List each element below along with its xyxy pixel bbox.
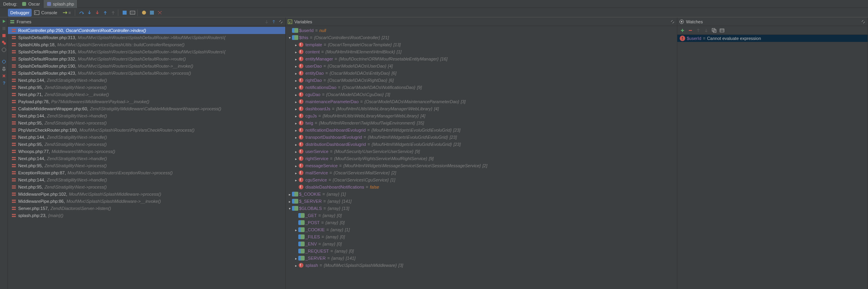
step-over-button[interactable]	[78, 9, 85, 16]
resume-button[interactable]	[1, 18, 7, 25]
frame-row[interactable]: Next.php:144, Zend\Stratigility\Next->ha…	[8, 155, 285, 162]
expand-icon[interactable]	[294, 71, 298, 76]
variable-row[interactable]: $_COOKIE={array}[1]	[286, 191, 677, 198]
frame-row[interactable]: SplashDefaultRouter.php:313, Mouf\Mvc\Sp…	[8, 34, 285, 41]
drop-frame-button[interactable]	[110, 9, 116, 16]
watches-list[interactable]: ! $userId = Cannot evaluate expression	[677, 35, 868, 289]
debug-tab-splash[interactable]: splash.php	[44, 0, 78, 8]
expand-icon[interactable]	[294, 128, 298, 132]
variable-row[interactable]: ▸_FILES={array}[0]	[286, 233, 677, 240]
move-up-button[interactable]	[695, 27, 702, 34]
expand-icon[interactable]	[294, 42, 298, 47]
add-watch-button[interactable]	[679, 27, 686, 34]
settings-button[interactable]	[157, 9, 163, 16]
expand-icon[interactable]	[294, 156, 298, 161]
maximize-icon[interactable]	[860, 19, 866, 25]
variable-row[interactable]: ▸fdisableDashboardNotifications=false	[286, 183, 677, 191]
expand-icon[interactable]	[294, 135, 298, 140]
run-to-cursor-button[interactable]	[121, 9, 128, 16]
variable-row[interactable]: fnotificationsDao={Oscar\Model\DAOs\Noti…	[286, 84, 677, 91]
help-button[interactable]: ?	[1, 80, 7, 86]
expand-icon[interactable]	[294, 64, 298, 68]
mute-breakpoints-gutter-button[interactable]	[1, 47, 7, 53]
variable-row[interactable]: ▸_GET={array}[0]	[286, 212, 677, 219]
maximize-icon[interactable]	[670, 19, 675, 25]
frame-row[interactable]: SplashDefaultRouter.php:332, Mouf\Mvc\Sp…	[8, 55, 285, 62]
frame-row[interactable]: Next.php:144, Zend\Stratigility\Next->ha…	[8, 77, 285, 84]
expand-icon[interactable]	[294, 78, 298, 83]
show-watches-button[interactable]	[718, 27, 726, 34]
expand-icon[interactable]	[294, 49, 298, 54]
copy-watch-button[interactable]	[711, 27, 718, 34]
frame-row[interactable]: Server.php:157, Zend\Diactoros\Server->l…	[8, 205, 285, 212]
step-into-button[interactable]	[86, 9, 93, 16]
frames-up-icon[interactable]	[271, 19, 277, 25]
debugger-tab-button[interactable]: Debugger	[8, 9, 32, 17]
variable-row[interactable]: fuserDao={Oscar\Model\DAOs\UserDao}[4]	[286, 62, 677, 70]
expand-icon[interactable]	[294, 92, 298, 97]
frame-row[interactable]: Next.php:95, Zend\Stratigility\Next->pro…	[8, 183, 285, 191]
force-step-into-button[interactable]	[94, 9, 100, 16]
frame-row[interactable]: SplashDefaultRouter.php:316, Mouf\Mvc\Sp…	[8, 48, 285, 55]
maximize-icon[interactable]	[278, 19, 284, 25]
expand-icon[interactable]	[294, 113, 298, 118]
variable-row[interactable]: frightDao={Oscar\Model\DAOs\RightDao}[6]	[286, 77, 677, 84]
variable-row[interactable]: fmessageService={Mouf\Html\Widgets\Messa…	[286, 162, 677, 169]
variables-tree[interactable]: ▸$userId=null$this={Oscar\Controllers\Ro…	[286, 26, 677, 289]
variable-row[interactable]: frightService={Mouf\Security\RightsServi…	[286, 155, 677, 162]
frame-row[interactable]: Next.php:95, Zend\Stratigility\Next->pro…	[8, 119, 285, 127]
frames-list[interactable]: RootController.php:250, Oscar\Controller…	[8, 26, 285, 289]
frame-row[interactable]: Next.php:95, Zend\Stratigility\Next->pro…	[8, 162, 285, 169]
variable-row[interactable]: fentityManager={Mouf\Doctrine\ORM\MoufRe…	[286, 55, 677, 62]
output-tab-button[interactable]: ≡	[60, 9, 73, 17]
frame-row[interactable]: Next.php:144, Zend\Stratigility\Next->ha…	[8, 134, 285, 141]
variable-row[interactable]: $_SERVER={array}[141]	[286, 198, 677, 205]
console-tab-button[interactable]: Console	[32, 9, 59, 17]
expand-icon[interactable]	[294, 263, 298, 268]
variable-row[interactable]: fdashboardJs={Mouf\Html\Utils\WebLibrary…	[286, 105, 677, 112]
frame-row[interactable]: Whoops.php:77, Middlewares\Whoops->proce…	[8, 148, 285, 155]
evaluate-expression-button[interactable]: ―	[129, 9, 136, 16]
stop-button[interactable]	[1, 32, 7, 39]
debug-tab-oscar[interactable]: Oscar	[19, 0, 43, 8]
expand-icon[interactable]	[294, 121, 298, 125]
frame-row[interactable]: SplashDefaultRouter.php:190, Mouf\Mvc\Sp…	[8, 62, 285, 70]
pause-button[interactable]	[1, 25, 7, 32]
expand-icon[interactable]	[294, 227, 298, 232]
variable-row[interactable]: _COOKIE={array}[1]	[286, 226, 677, 233]
variable-row[interactable]: ftransportDashboardEvolugrid={Mouf\Html\…	[286, 134, 677, 141]
frame-row[interactable]: Payload.php:78, Psr7Middlewares\Middlewa…	[8, 98, 285, 105]
variable-row[interactable]: fentityDao={Oscar\Model\DAOs\EntityDao}[…	[286, 70, 677, 77]
variable-row[interactable]: fcguDao={Oscar\Model\DAOs\CguDao}[3]	[286, 91, 677, 98]
variable-row[interactable]: fmailService={Oscar\Services\MailService…	[286, 169, 677, 176]
variable-row[interactable]: fnotificationDashboardEvolugrid={Mouf\Ht…	[286, 127, 677, 134]
collapse-icon[interactable]	[287, 35, 292, 40]
collapse-icon[interactable]	[287, 206, 292, 211]
expand-icon[interactable]	[287, 192, 292, 196]
view-breakpoints-button[interactable]	[1, 40, 7, 46]
variable-row[interactable]: ▸_REQUEST={array}[0]	[286, 247, 677, 255]
frame-row[interactable]: Next.php:144, Zend\Stratigility\Next->ha…	[8, 176, 285, 183]
expand-icon[interactable]	[287, 199, 292, 204]
expand-icon[interactable]	[294, 256, 298, 261]
expand-icon[interactable]	[294, 99, 298, 104]
expand-icon[interactable]	[294, 106, 298, 111]
expand-icon[interactable]	[294, 149, 298, 154]
frame-row[interactable]: RootController.php:250, Oscar\Controller…	[8, 27, 285, 34]
frame-row[interactable]: SplashDefaultRouter.php:423, Mouf\Mvc\Sp…	[8, 70, 285, 77]
frame-row[interactable]: SplashUtils.php:18, Mouf\Mvc\Splash\Serv…	[8, 41, 285, 48]
variable-row[interactable]: $this={Oscar\Controllers\RootController}…	[286, 34, 677, 41]
move-down-button[interactable]	[703, 27, 710, 34]
variable-row[interactable]: fdistributionDashboardEvolugrid={Mouf\Ht…	[286, 141, 677, 148]
close-button[interactable]	[1, 73, 7, 79]
frame-row[interactable]: PhpVarsCheckRouter.php:180, Mouf\Mvc\Spl…	[8, 127, 285, 134]
expand-icon[interactable]	[294, 170, 298, 175]
variable-row[interactable]: ftemplate={Oscar\Template\OscarTemplate}…	[286, 41, 677, 48]
layout-settings-button[interactable]	[1, 59, 7, 65]
variable-row[interactable]: fuserService={Mouf\Security\UserService\…	[286, 148, 677, 155]
frame-row[interactable]: Next.php:95, Zend\Stratigility\Next->pro…	[8, 84, 285, 91]
variable-row[interactable]: fmaintenanceParameterDao={Oscar\Model\DA…	[286, 98, 677, 105]
frame-row[interactable]: MiddlewarePipe.php:86, Mouf\Mvc\Splash\S…	[8, 198, 285, 205]
variable-row[interactable]: fsplash={Mouf\Mvc\Splash\SplashMiddlewar…	[286, 262, 677, 269]
frame-row[interactable]: Next.php:144, Zend\Stratigility\Next->ha…	[8, 112, 285, 119]
